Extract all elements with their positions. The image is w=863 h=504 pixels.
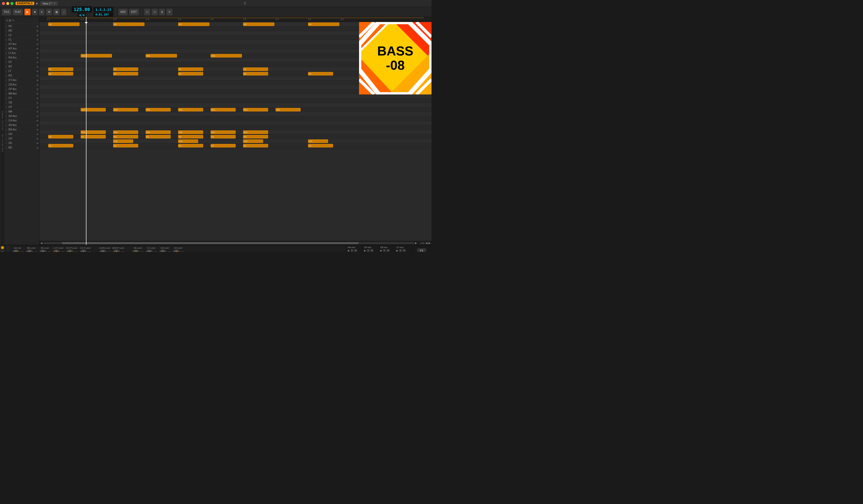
track-row-mt[interactable]: 1MT◀ <box>4 64 39 69</box>
scroll-thumb[interactable] <box>62 242 359 244</box>
cp-acc-play[interactable]: ▶ <box>364 249 366 252</box>
acc-vol-plus[interactable]: + <box>21 251 24 252</box>
clip[interactable]: D1 <box>211 135 236 138</box>
clip[interactable]: G#2 <box>81 54 112 58</box>
cb-level-knob[interactable] <box>132 250 140 252</box>
cy-acc-play[interactable]: ▶ <box>396 249 398 252</box>
hct-level-plus[interactable]: + <box>88 251 91 252</box>
track-row-bd[interactable]: 1BD◀ <box>4 146 39 150</box>
track-row-cb[interactable]: 1CB◀ <box>4 100 39 105</box>
clip[interactable]: C#1 <box>113 139 133 143</box>
ruler[interactable]: 1.1 1.2 1.3 1.4 2.1 2.2 2.3 2.4 3.1 3.2 <box>39 17 432 22</box>
lane-cp[interactable] <box>39 103 432 108</box>
track-row-lc[interactable]: 1LC◀ <box>4 33 39 37</box>
sd-level-knob[interactable] <box>39 250 47 252</box>
arrange-view[interactable]: 1.1 1.2 1.3 1.4 2.1 2.2 2.3 2.4 3.1 3.2 … <box>39 17 432 245</box>
track-row-hc[interactable]: 1HC◀ <box>4 24 39 28</box>
ma-acc-m[interactable]: M <box>354 249 357 252</box>
track-row-lt[interactable]: 1LT◀ <box>4 69 39 74</box>
clip[interactable]: C1 <box>113 144 138 148</box>
clip[interactable]: D#1 <box>178 130 203 134</box>
lct-level-knob[interactable] <box>52 250 61 252</box>
lane-ma[interactable]: G#1G#1G#1G#1G#1G#1G#1 <box>39 108 432 112</box>
file-button[interactable]: FILE <box>2 9 11 15</box>
oh-level-knob[interactable] <box>159 250 167 252</box>
clip[interactable]: E2 <box>243 72 268 75</box>
lane-sd[interactable]: C#1C#1C#1C#1 <box>39 139 432 143</box>
track-row-cb-acc[interactable]: 1CB Acc◀ <box>4 83 39 87</box>
macp-level-plus[interactable]: + <box>121 251 124 252</box>
maximize-button[interactable] <box>11 2 13 5</box>
tempo-display[interactable]: 125.00 <box>72 6 92 12</box>
track-row-oh-acc[interactable]: 1OH Acc◀ <box>4 114 39 118</box>
clip[interactable]: E2 <box>113 72 138 75</box>
track-row-mt-acc[interactable]: 1MT Acc◀ <box>4 47 39 51</box>
close-button[interactable] <box>2 2 5 5</box>
clip[interactable]: D3 <box>308 23 339 26</box>
ma-acc-s[interactable]: S <box>351 249 353 252</box>
clip[interactable]: D1 <box>81 135 106 138</box>
track-row-cp-acc[interactable]: 1CP Acc◀ <box>4 87 39 91</box>
clip[interactable]: D#1 <box>113 130 138 134</box>
cy-acc-m[interactable]: M <box>403 249 406 252</box>
lane-cb[interactable] <box>39 99 432 103</box>
pattern-button[interactable]: ▦ <box>53 9 60 15</box>
clip[interactable]: C#1 <box>178 139 198 143</box>
clip[interactable]: G#1 <box>243 108 268 111</box>
clip[interactable]: F2 <box>243 67 268 71</box>
ch-level-plus[interactable]: + <box>181 251 184 252</box>
clip[interactable]: F2 <box>113 67 138 71</box>
track-row-cl[interactable]: 1CL◀ <box>4 37 39 42</box>
loop-button[interactable]: ⇄ <box>46 9 52 15</box>
clip[interactable]: D#1 <box>211 130 236 134</box>
play-button[interactable]: ▶ <box>24 9 30 15</box>
lane-bd[interactable]: C1C1C1C1C1C1 <box>39 143 432 148</box>
cy-acc-s[interactable]: S <box>399 249 402 252</box>
track-row-rs[interactable]: 1RS◀ <box>4 74 39 78</box>
clip[interactable]: C1 <box>48 144 73 148</box>
cb-acc-s[interactable]: S <box>383 249 386 252</box>
track-row-cy-acc[interactable]: 1CY Acc◀ <box>4 78 39 83</box>
macp-level-knob[interactable] <box>112 250 121 252</box>
clip[interactable]: D3 <box>113 23 145 26</box>
clip[interactable]: D#1 <box>243 130 268 134</box>
oh-level-plus[interactable]: + <box>168 251 171 252</box>
clip[interactable]: E2 <box>48 72 73 75</box>
lane-ch-acc[interactable] <box>39 116 432 121</box>
clip[interactable]: G#1 <box>81 108 106 111</box>
lane-cy[interactable] <box>39 94 432 99</box>
clip[interactable]: E2 <box>178 72 203 75</box>
clip[interactable]: D1 <box>146 135 171 138</box>
lane-oh[interactable]: D#1D#1D#1D#1D#1D#1 <box>39 130 432 135</box>
clip[interactable]: D1 <box>113 135 138 138</box>
copy-button[interactable]: ⧉ <box>159 9 165 15</box>
clip[interactable]: C1 <box>308 144 333 148</box>
track-row-ma[interactable]: 1MA◀ <box>4 110 39 114</box>
clip[interactable]: D3 <box>243 23 274 26</box>
clip[interactable]: C#1 <box>243 139 263 143</box>
track-row-cy[interactable]: 1CY◀ <box>4 96 39 100</box>
scroll-track[interactable] <box>43 242 414 244</box>
clip[interactable]: D1 <box>178 135 203 138</box>
redo-button[interactable]: ↪ <box>152 9 158 15</box>
bd-level-knob[interactable] <box>25 250 34 252</box>
metronome-button[interactable]: ♩ <box>61 9 66 15</box>
track-row-mc[interactable]: 1MC◀ <box>4 28 39 33</box>
clrs-level-knob[interactable] <box>99 250 107 252</box>
track-row-bd-acc[interactable]: 1BD Acc◀ <box>4 127 39 132</box>
cp-acc-s[interactable]: S <box>367 249 370 252</box>
clip[interactable]: F2 <box>178 67 203 71</box>
ma-acc-play[interactable]: ▶ <box>348 249 350 252</box>
clip[interactable]: D1 <box>48 135 73 138</box>
acc-vol-knob[interactable] <box>12 250 20 252</box>
track-row-ma-acc[interactable]: 1MA Acc◀ <box>4 91 39 96</box>
cb-level-plus[interactable]: + <box>141 251 144 252</box>
cb-acc-m[interactable]: M <box>387 249 390 252</box>
cy-level-plus[interactable]: + <box>154 251 157 252</box>
track-row-ch[interactable]: 1CH◀ <box>4 136 39 141</box>
undo-button[interactable]: ↩ <box>144 9 150 15</box>
cp-acc-m[interactable]: M <box>370 249 374 252</box>
scroll-left-icon[interactable]: ◀ <box>40 242 42 244</box>
edit-button[interactable]: EDIT <box>129 9 139 15</box>
track-row-ch-acc[interactable]: 1CH Acc◀ <box>4 118 39 123</box>
